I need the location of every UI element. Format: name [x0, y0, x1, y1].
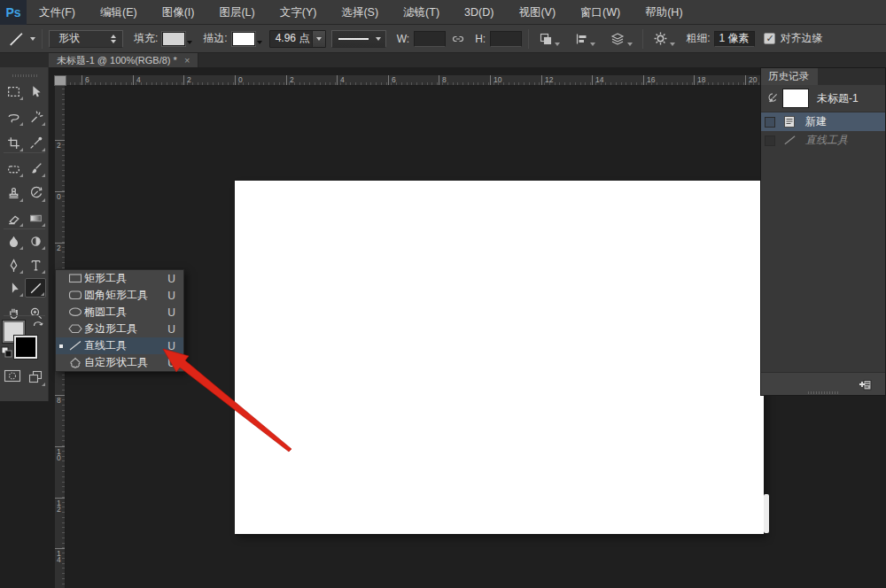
stroke-type-select[interactable] [331, 30, 386, 48]
menu-item-选择S[interactable]: 选择(S) [329, 0, 391, 25]
line-tool[interactable] [25, 278, 46, 298]
flyout-item-shape-ellipse[interactable]: 椭圆工具U [56, 304, 183, 321]
tool-preset-picker[interactable] [7, 30, 35, 48]
dodge-tool[interactable] [25, 231, 46, 251]
move-tool[interactable] [25, 81, 46, 101]
chevron-down-icon[interactable] [312, 31, 325, 47]
ruler-label: 8 [442, 75, 447, 84]
menu-item-文件F[interactable]: 文件(F) [27, 0, 88, 25]
stroke-width-field[interactable]: 4.96 点 [269, 30, 326, 48]
path-arrangement-button[interactable] [610, 32, 633, 46]
flyout-item-shape-line[interactable]: 直线工具U [56, 337, 183, 354]
stroke-swatch[interactable] [232, 32, 262, 46]
ruler-label: 1 0 [57, 449, 61, 461]
crop-icon [6, 135, 21, 151]
history-panel: 历史记录 未标题-1 新建直线工具 [760, 67, 886, 396]
menu-item-图层L[interactable]: 图层(L) [206, 0, 267, 25]
history-tab[interactable]: 历史记录 [761, 68, 818, 85]
flyout-item-shape-custom[interactable]: 自定形状工具U [56, 354, 183, 371]
history-snapshot-row[interactable]: 未标题-1 [761, 85, 885, 112]
solid-line-icon [332, 38, 376, 40]
weight-input[interactable]: 1 像素 [714, 31, 755, 47]
line-tool-icon [7, 30, 25, 48]
ruler-tick [694, 75, 695, 85]
document-tab[interactable]: 未标题-1 @ 100%(RGB/8) * × [49, 53, 198, 67]
ruler-label: 1 4 [57, 551, 61, 563]
path-operations-button[interactable] [539, 32, 560, 46]
tool-mode-select[interactable]: 形状 [49, 30, 123, 48]
shortcut-key: U [167, 306, 183, 319]
crop-tool[interactable] [3, 133, 24, 152]
history-state-label: 新建 [805, 114, 827, 129]
scrollbar-thumb[interactable] [764, 494, 769, 533]
gradient-tool[interactable] [25, 208, 46, 228]
background-color-swatch[interactable] [14, 336, 37, 359]
menu-item-滤镜T[interactable]: 滤镜(T) [391, 0, 452, 25]
tab-close-button[interactable]: × [184, 55, 190, 66]
fill-swatch[interactable] [162, 32, 192, 46]
document-canvas[interactable] [235, 181, 764, 534]
panel-grip[interactable] [12, 74, 37, 77]
quick-mask-button[interactable] [4, 368, 21, 383]
clone-stamp-tool[interactable] [3, 183, 24, 203]
hand-tool[interactable] [3, 303, 24, 322]
flyout-item-shape-rect[interactable]: 矩形工具U [56, 270, 183, 287]
history-state-label: 直线工具 [805, 133, 848, 148]
menu-item-图像I[interactable]: 图像(I) [150, 0, 207, 25]
stamp-icon [6, 186, 21, 201]
menu-item-帮助H[interactable]: 帮助(H) [633, 0, 695, 25]
pen-tool[interactable] [3, 255, 24, 275]
menu-item-窗口W[interactable]: 窗口(W) [568, 0, 633, 25]
ruler-label: 2 [57, 245, 61, 251]
doc-icon [781, 115, 798, 128]
history-state-line[interactable]: 直线工具 [761, 131, 885, 150]
chevron-down-icon [30, 37, 35, 41]
history-brush-source-icon[interactable] [761, 92, 782, 105]
menu-item-文字Y[interactable]: 文字(Y) [268, 0, 330, 25]
panel-resize-grip[interactable] [808, 391, 838, 394]
weight-value: 1 像素 [719, 31, 749, 46]
history-state-checkbox[interactable] [765, 135, 775, 146]
align-edges-checkbox[interactable]: ✓ [764, 33, 775, 44]
stroke-label: 描边: [203, 31, 227, 46]
ruler-origin-corner[interactable] [54, 75, 66, 86]
flyout-item-shape-polygon[interactable]: 多边形工具U [56, 321, 183, 337]
history-brush-tool[interactable] [25, 183, 46, 203]
swap-colors-icon[interactable] [31, 318, 45, 330]
flyout-item-label: 多边形工具 [84, 321, 167, 337]
weight-label: 粗细: [686, 31, 710, 46]
path-alignment-button[interactable] [574, 32, 595, 46]
blur-tool[interactable] [3, 231, 24, 251]
menu-item-3DD[interactable]: 3D(D) [452, 0, 506, 25]
flyout-item-shape-rounded[interactable]: 圆角矩形工具U [56, 287, 183, 304]
history-state-doc[interactable]: 新建 [761, 112, 885, 131]
magic-wand-tool[interactable] [25, 107, 46, 127]
line-icon [781, 135, 798, 146]
eraser-tool[interactable] [3, 208, 24, 228]
new-document-from-state-icon[interactable] [858, 377, 873, 391]
path-selection-tool[interactable] [3, 278, 24, 298]
history-state-checkbox[interactable] [765, 117, 775, 128]
screen-mode-button[interactable] [25, 366, 46, 387]
default-colors-icon[interactable] [1, 346, 13, 359]
ruler-label: 12 [545, 75, 553, 84]
eyedropper-tool[interactable] [25, 133, 46, 152]
brush-tool[interactable] [25, 159, 46, 178]
gradient-icon [28, 211, 43, 226]
ruler-label: 4 [340, 75, 345, 84]
rectangular-marquee-tool[interactable] [3, 81, 24, 101]
menu-item-编辑E[interactable]: 编辑(E) [88, 0, 150, 25]
ruler-tick [643, 75, 644, 85]
menu-item-视图V[interactable]: 视图(V) [506, 0, 568, 25]
move-icon [28, 84, 43, 99]
tool-mode-value: 形状 [58, 31, 111, 46]
patch-tool[interactable] [3, 159, 24, 178]
link-dimensions-icon[interactable] [451, 32, 465, 46]
ruler-tick [541, 75, 542, 85]
height-input[interactable] [490, 31, 522, 47]
lasso-tool[interactable] [3, 107, 24, 127]
horizontal-ruler[interactable]: 64202468101214161820 [55, 75, 760, 86]
type-tool[interactable] [25, 255, 46, 275]
geometry-options-gear-button[interactable] [653, 31, 675, 46]
width-input[interactable] [414, 31, 446, 47]
